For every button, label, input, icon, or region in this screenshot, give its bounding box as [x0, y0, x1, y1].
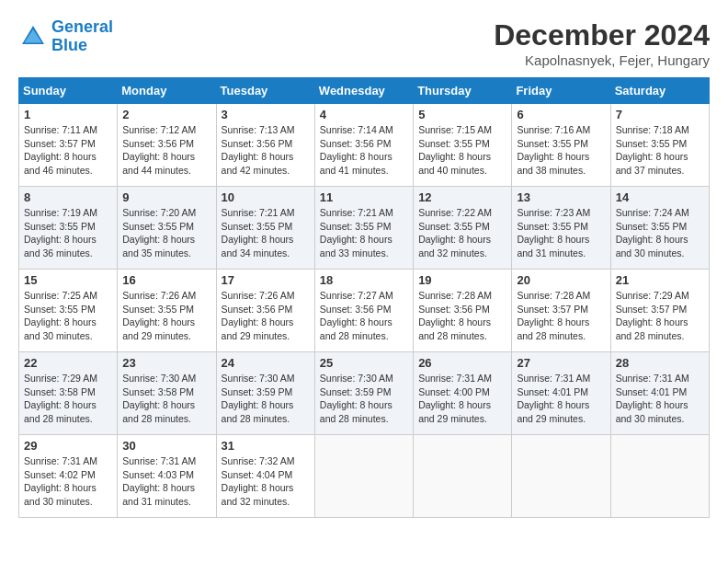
day-number: 9: [122, 190, 210, 204]
sunrise-label: Sunrise: 7:18 AM: [616, 124, 689, 135]
calendar-day-cell: 6 Sunrise: 7:16 AM Sunset: 3:55 PM Dayli…: [512, 104, 610, 187]
daylight-label: Daylight: 8 hours and 29 minutes.: [418, 399, 491, 424]
title-section: December 2024 Kapolnasnyek, Fejer, Hunga…: [494, 18, 710, 68]
sunrise-label: Sunrise: 7:31 AM: [517, 373, 590, 384]
sunrise-label: Sunrise: 7:22 AM: [418, 207, 492, 218]
calendar-day-cell: 22 Sunrise: 7:29 AM Sunset: 3:58 PM Dayl…: [19, 352, 118, 435]
daylight-label: Daylight: 8 hours and 32 minutes.: [222, 482, 294, 507]
calendar-day-cell: 21 Sunrise: 7:29 AM Sunset: 3:57 PM Dayl…: [610, 270, 709, 352]
calendar-header-row: SundayMondayTuesdayWednesdayThursdayFrid…: [19, 78, 710, 104]
sunset-label: Sunset: 3:56 PM: [222, 138, 293, 149]
day-number: 25: [320, 356, 408, 370]
calendar-day-cell: 14 Sunrise: 7:24 AM Sunset: 3:55 PM Dayl…: [610, 187, 709, 270]
calendar-day-cell: 15 Sunrise: 7:25 AM Sunset: 3:55 PM Dayl…: [19, 270, 118, 352]
day-info: Sunrise: 7:12 AM Sunset: 3:56 PM Dayligh…: [122, 123, 210, 178]
calendar-day-cell: 2 Sunrise: 7:12 AM Sunset: 3:56 PM Dayli…: [118, 104, 216, 187]
day-number: 27: [517, 356, 605, 370]
sunrise-label: Sunrise: 7:28 AM: [418, 290, 492, 301]
sunrise-label: Sunrise: 7:21 AM: [320, 207, 393, 218]
calendar-week-row: 29 Sunrise: 7:31 AM Sunset: 4:02 PM Dayl…: [19, 435, 710, 518]
sunrise-label: Sunrise: 7:14 AM: [320, 124, 393, 135]
daylight-label: Daylight: 8 hours and 40 minutes.: [418, 151, 491, 176]
logo-text: General Blue: [51, 18, 113, 55]
day-number: 30: [122, 439, 210, 453]
sunrise-label: Sunrise: 7:31 AM: [24, 455, 97, 466]
day-info: Sunrise: 7:30 AM Sunset: 3:59 PM Dayligh…: [222, 372, 310, 426]
sunset-label: Sunset: 3:56 PM: [222, 304, 293, 315]
sunset-label: Sunset: 3:55 PM: [616, 221, 688, 232]
sunrise-label: Sunrise: 7:29 AM: [616, 290, 689, 301]
day-number: 20: [517, 273, 605, 287]
logo-icon: [18, 22, 48, 52]
day-number: 1: [24, 108, 112, 121]
day-number: 3: [222, 108, 310, 121]
sunrise-label: Sunrise: 7:13 AM: [222, 124, 295, 135]
calendar-day-header: Friday: [512, 78, 610, 104]
day-number: 24: [222, 356, 310, 370]
calendar-day-header: Monday: [118, 78, 216, 104]
day-number: 29: [24, 439, 112, 453]
daylight-label: Daylight: 8 hours and 44 minutes.: [122, 151, 195, 176]
daylight-label: Daylight: 8 hours and 41 minutes.: [320, 151, 392, 176]
month-title: December 2024: [494, 18, 710, 52]
calendar-day-header: Wednesday: [314, 78, 413, 104]
day-info: Sunrise: 7:29 AM Sunset: 3:57 PM Dayligh…: [616, 289, 704, 343]
calendar-day-cell: 3 Sunrise: 7:13 AM Sunset: 3:56 PM Dayli…: [216, 104, 314, 187]
sunset-label: Sunset: 3:55 PM: [122, 304, 194, 315]
daylight-label: Daylight: 8 hours and 28 minutes.: [24, 399, 97, 424]
daylight-label: Daylight: 8 hours and 30 minutes.: [24, 316, 97, 341]
calendar-day-cell: 13 Sunrise: 7:23 AM Sunset: 3:55 PM Dayl…: [512, 187, 610, 270]
sunrise-label: Sunrise: 7:30 AM: [122, 373, 196, 384]
day-number: 6: [517, 108, 605, 121]
sunset-label: Sunset: 4:03 PM: [122, 469, 194, 480]
day-number: 22: [24, 356, 112, 370]
day-info: Sunrise: 7:24 AM Sunset: 3:55 PM Dayligh…: [616, 206, 704, 260]
daylight-label: Daylight: 8 hours and 28 minutes.: [418, 316, 491, 341]
day-number: 4: [320, 108, 408, 121]
sunrise-label: Sunrise: 7:27 AM: [320, 290, 393, 301]
daylight-label: Daylight: 8 hours and 31 minutes.: [122, 482, 195, 507]
day-number: 16: [122, 273, 210, 287]
sunset-label: Sunset: 3:59 PM: [320, 386, 392, 397]
calendar-day-header: Thursday: [414, 78, 512, 104]
day-number: 2: [122, 108, 210, 121]
calendar-day-cell: 28 Sunrise: 7:31 AM Sunset: 4:01 PM Dayl…: [610, 352, 709, 435]
sunset-label: Sunset: 4:02 PM: [24, 469, 96, 480]
calendar-day-cell: 4 Sunrise: 7:14 AM Sunset: 3:56 PM Dayli…: [314, 104, 413, 187]
day-info: Sunrise: 7:31 AM Sunset: 4:00 PM Dayligh…: [418, 372, 506, 426]
sunrise-label: Sunrise: 7:24 AM: [616, 207, 689, 218]
day-info: Sunrise: 7:30 AM Sunset: 3:59 PM Dayligh…: [320, 372, 408, 426]
calendar-day-cell: 17 Sunrise: 7:26 AM Sunset: 3:56 PM Dayl…: [216, 270, 314, 352]
day-info: Sunrise: 7:31 AM Sunset: 4:02 PM Dayligh…: [24, 454, 112, 509]
sunrise-label: Sunrise: 7:16 AM: [517, 124, 590, 135]
calendar-day-cell: 8 Sunrise: 7:19 AM Sunset: 3:55 PM Dayli…: [19, 187, 118, 270]
daylight-label: Daylight: 8 hours and 28 minutes.: [222, 399, 294, 424]
day-number: 8: [24, 190, 112, 204]
daylight-label: Daylight: 8 hours and 29 minutes.: [222, 316, 294, 341]
sunrise-label: Sunrise: 7:19 AM: [24, 207, 97, 218]
sunrise-label: Sunrise: 7:29 AM: [24, 373, 97, 384]
day-info: Sunrise: 7:19 AM Sunset: 3:55 PM Dayligh…: [24, 206, 112, 260]
daylight-label: Daylight: 8 hours and 37 minutes.: [616, 151, 688, 176]
logo: General Blue: [18, 18, 113, 55]
calendar-day-cell: 30 Sunrise: 7:31 AM Sunset: 4:03 PM Dayl…: [118, 435, 216, 518]
calendar-day-cell: 25 Sunrise: 7:30 AM Sunset: 3:59 PM Dayl…: [314, 352, 413, 435]
calendar-day-cell: 20 Sunrise: 7:28 AM Sunset: 3:57 PM Dayl…: [512, 270, 610, 352]
day-number: 23: [122, 356, 210, 370]
calendar-day-cell: 9 Sunrise: 7:20 AM Sunset: 3:55 PM Dayli…: [118, 187, 216, 270]
daylight-label: Daylight: 8 hours and 30 minutes.: [616, 234, 688, 259]
daylight-label: Daylight: 8 hours and 35 minutes.: [122, 234, 195, 259]
daylight-label: Daylight: 8 hours and 30 minutes.: [24, 482, 97, 507]
calendar-empty-cell: [610, 435, 709, 518]
sunrise-label: Sunrise: 7:28 AM: [517, 290, 590, 301]
day-number: 31: [222, 439, 310, 453]
day-info: Sunrise: 7:22 AM Sunset: 3:55 PM Dayligh…: [418, 206, 506, 260]
sunrise-label: Sunrise: 7:31 AM: [616, 373, 689, 384]
sunrise-label: Sunrise: 7:26 AM: [222, 290, 295, 301]
calendar-day-header: Tuesday: [216, 78, 314, 104]
sunset-label: Sunset: 3:58 PM: [24, 386, 96, 397]
daylight-label: Daylight: 8 hours and 32 minutes.: [418, 234, 491, 259]
day-number: 28: [616, 356, 704, 370]
day-info: Sunrise: 7:31 AM Sunset: 4:01 PM Dayligh…: [517, 372, 605, 426]
calendar-day-cell: 29 Sunrise: 7:31 AM Sunset: 4:02 PM Dayl…: [19, 435, 118, 518]
